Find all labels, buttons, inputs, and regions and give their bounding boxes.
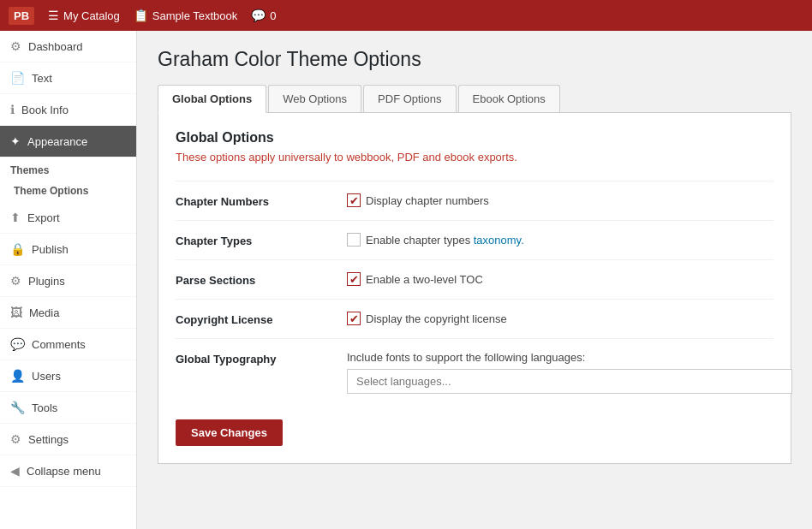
sidebar-item-collapse[interactable]: ◀ Collapse menu xyxy=(0,455,136,487)
checkbox-copyright-license-wrap[interactable]: ✔ Display the copyright license xyxy=(347,312,507,325)
info-icon: ℹ xyxy=(10,103,15,116)
tab-global-options[interactable]: Global Options xyxy=(158,85,266,113)
sidebar-label-export: Export xyxy=(27,211,60,224)
sidebar-label-publish: Publish xyxy=(32,243,69,256)
sidebar-item-themes[interactable]: Themes xyxy=(0,158,136,180)
topbar: PB ☰ My Catalog 📋 Sample Textbook 💬 0 xyxy=(0,0,812,31)
sidebar-item-theme-options[interactable]: Theme Options xyxy=(0,180,136,202)
checkbox-chapter-types-wrap[interactable]: Enable chapter types taxonomy. xyxy=(347,233,524,247)
label-copyright-license: Copyright License xyxy=(176,312,347,326)
typography-wrap: Include fonts to support the following l… xyxy=(347,351,792,394)
sidebar-label-appearance: Appearance xyxy=(27,135,87,148)
sidebar-item-users[interactable]: 👤 Users xyxy=(0,360,136,392)
checkbox-copyright-license-label: Display the copyright license xyxy=(366,312,507,325)
layout: ⚙ Dashboard 📄 Text ℹ Book Info ✦ Appeara… xyxy=(0,31,812,529)
appearance-icon: ✦ xyxy=(10,134,21,148)
tab-ebook-options[interactable]: Ebook Options xyxy=(458,85,560,112)
language-select-input[interactable] xyxy=(347,369,792,394)
media-icon: 🖼 xyxy=(10,306,22,319)
tools-icon: 🔧 xyxy=(10,401,25,414)
users-icon: 👤 xyxy=(10,369,25,383)
checkbox-parse-sections[interactable]: ✔ xyxy=(347,272,361,286)
checkbox-chapter-numbers-wrap[interactable]: ✔ Display chapter numbers xyxy=(347,193,489,207)
sidebar-item-tools[interactable]: 🔧 Tools xyxy=(0,392,136,424)
sidebar-label-theme-options: Theme Options xyxy=(14,185,88,197)
page-title: Graham Color Theme Options xyxy=(158,48,791,71)
comments-link[interactable]: 💬 0 xyxy=(251,9,276,22)
options-panel: Global Options These options apply unive… xyxy=(158,113,791,464)
typography-description: Include fonts to support the following l… xyxy=(347,351,792,364)
text-icon: 📄 xyxy=(10,71,25,85)
comments-count: 0 xyxy=(270,9,276,22)
label-parse-sections: Parse Sections xyxy=(176,272,347,287)
sidebar-item-plugins[interactable]: ⚙ Plugins xyxy=(0,265,136,297)
sidebar-item-text[interactable]: 📄 Text xyxy=(0,62,136,94)
sidebar-label-plugins: Plugins xyxy=(28,275,65,288)
control-copyright-license: ✔ Display the copyright license xyxy=(347,312,773,325)
tabs-bar: Global Options Web Options PDF Options E… xyxy=(158,85,791,113)
tab-web-options[interactable]: Web Options xyxy=(268,85,361,112)
control-parse-sections: ✔ Enable a two-level TOC xyxy=(347,272,773,286)
checkbox-parse-sections-label: Enable a two-level TOC xyxy=(366,273,483,286)
sample-textbook-link[interactable]: 📋 Sample Textbook xyxy=(134,9,238,22)
sidebar-item-media[interactable]: 🖼 Media xyxy=(0,297,136,329)
panel-description: These options apply universally to webbo… xyxy=(176,151,773,163)
label-chapter-types: Chapter Types xyxy=(176,233,347,247)
label-global-typography: Global Typography xyxy=(176,351,347,366)
tab-pdf-options[interactable]: PDF Options xyxy=(363,85,456,112)
sidebar-label-text: Text xyxy=(32,72,52,85)
taxonomy-link[interactable]: taxonomy. xyxy=(474,234,524,247)
sidebar: ⚙ Dashboard 📄 Text ℹ Book Info ✦ Appeara… xyxy=(0,31,137,529)
control-chapter-types: Enable chapter types taxonomy. xyxy=(347,233,773,247)
sidebar-label-tools: Tools xyxy=(32,401,57,414)
catalog-label: My Catalog xyxy=(63,9,120,22)
settings-icon: ⚙ xyxy=(10,432,21,446)
sidebar-label-media: Media xyxy=(29,306,59,319)
sidebar-item-publish[interactable]: 🔒 Publish xyxy=(0,234,136,265)
sidebar-label-dashboard: Dashboard xyxy=(28,40,83,53)
checkbox-parse-sections-wrap[interactable]: ✔ Enable a two-level TOC xyxy=(347,272,483,286)
field-parse-sections: Parse Sections ✔ Enable a two-level TOC xyxy=(176,259,773,299)
dashboard-icon: ⚙ xyxy=(10,39,21,53)
checkbox-copyright-license[interactable]: ✔ xyxy=(347,312,361,325)
sidebar-label-settings: Settings xyxy=(28,433,69,446)
field-global-typography: Global Typography Include fonts to suppo… xyxy=(176,338,773,406)
panel-section-title: Global Options xyxy=(176,130,773,146)
sidebar-label-themes: Themes xyxy=(10,164,49,176)
sidebar-item-settings[interactable]: ⚙ Settings xyxy=(0,424,136,455)
book-icon: 📋 xyxy=(134,9,148,22)
comments-icon: 💬 xyxy=(10,337,25,351)
field-chapter-numbers: Chapter Numbers ✔ Display chapter number… xyxy=(176,181,773,220)
sidebar-label-bookinfo: Book Info xyxy=(21,104,69,116)
export-icon: ⬆ xyxy=(10,211,21,224)
sidebar-label-users: Users xyxy=(32,370,61,383)
sidebar-item-export[interactable]: ⬆ Export xyxy=(0,202,136,234)
checkbox-chapter-types-label: Enable chapter types taxonomy. xyxy=(366,234,524,247)
sidebar-label-collapse: Collapse menu xyxy=(27,465,101,478)
sidebar-label-comments: Comments xyxy=(32,338,86,351)
save-changes-button[interactable]: Save Changes xyxy=(176,419,283,446)
checkbox-chapter-numbers-label: Display chapter numbers xyxy=(366,194,489,207)
catalog-icon: ☰ xyxy=(48,9,59,22)
book-label: Sample Textbook xyxy=(152,9,238,22)
plugins-icon: ⚙ xyxy=(10,274,21,288)
control-global-typography: Include fonts to support the following l… xyxy=(347,351,792,394)
my-catalog-link[interactable]: ☰ My Catalog xyxy=(48,9,120,22)
collapse-icon: ◀ xyxy=(10,464,20,478)
sidebar-item-appearance[interactable]: ✦ Appearance xyxy=(0,126,136,158)
publish-icon: 🔒 xyxy=(10,242,25,256)
sidebar-item-comments[interactable]: 💬 Comments xyxy=(0,329,136,360)
sidebar-item-bookinfo[interactable]: ℹ Book Info xyxy=(0,94,136,126)
main-content: Graham Color Theme Options Global Option… xyxy=(137,31,812,529)
comment-icon: 💬 xyxy=(251,9,266,22)
control-chapter-numbers: ✔ Display chapter numbers xyxy=(347,193,773,207)
label-chapter-numbers: Chapter Numbers xyxy=(176,193,347,208)
field-chapter-types: Chapter Types Enable chapter types taxon… xyxy=(176,220,773,259)
field-copyright-license: Copyright License ✔ Display the copyrigh… xyxy=(176,299,773,338)
sidebar-item-dashboard[interactable]: ⚙ Dashboard xyxy=(0,31,136,62)
checkbox-chapter-types[interactable] xyxy=(347,233,361,247)
pb-logo: PB xyxy=(9,7,34,25)
checkbox-chapter-numbers[interactable]: ✔ xyxy=(347,193,361,207)
